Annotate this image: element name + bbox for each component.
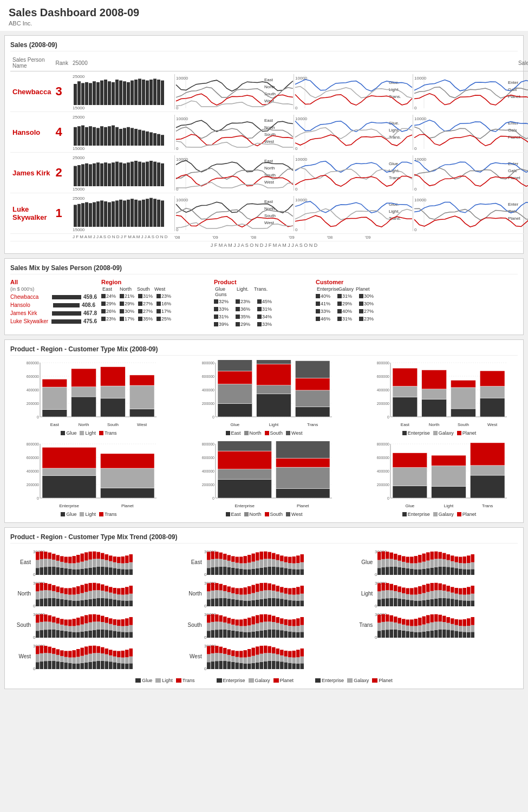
svg-rect-744 xyxy=(264,590,268,598)
svg-rect-153 xyxy=(134,200,138,227)
svg-rect-1117 xyxy=(439,621,442,630)
svg-rect-1061 xyxy=(463,595,467,601)
svg-rect-1058 xyxy=(459,594,462,600)
mix-customer-col: Customer Enterprise Galaxy Planet 40%31%… xyxy=(316,279,429,329)
svg-rect-53 xyxy=(96,128,100,146)
svg-rect-976 xyxy=(447,554,451,560)
product-mix-grid: 8000006000004000002000000EastNorthSouthW… xyxy=(10,360,518,517)
svg-rect-559 xyxy=(44,661,48,669)
svg-rect-804 xyxy=(243,619,247,626)
svg-rect-1100 xyxy=(414,619,418,626)
svg-rect-534 xyxy=(109,624,113,630)
svg-rect-791 xyxy=(227,624,231,630)
svg-rect-1028 xyxy=(418,594,422,600)
svg-rect-641 xyxy=(223,554,227,560)
svg-rect-249 xyxy=(393,368,418,386)
svg-rect-1106 xyxy=(422,617,426,625)
svg-rect-754 xyxy=(276,586,279,592)
svg-rect-486 xyxy=(44,621,48,630)
svg-rect-580 xyxy=(73,664,76,669)
svg-rect-225 xyxy=(256,394,291,417)
svg-rect-757 xyxy=(280,587,284,592)
svg-rect-301 xyxy=(276,467,330,488)
svg-rect-741 xyxy=(259,591,263,599)
svg-rect-942 xyxy=(402,562,406,568)
svg-rect-1087 xyxy=(398,624,402,630)
svg-rect-353 xyxy=(64,563,68,568)
svg-rect-846 xyxy=(300,617,304,625)
bar-x-axis: J F M A M J J A S O N D J F M A M J J A … xyxy=(70,234,172,241)
svg-rect-821 xyxy=(268,621,271,630)
svg-rect-385 xyxy=(109,567,113,575)
svg-rect-356 xyxy=(68,564,72,569)
svg-text:25000: 25000 xyxy=(73,74,85,79)
svg-rect-458 xyxy=(105,586,109,592)
svg-rect-366 xyxy=(81,554,84,562)
svg-rect-634 xyxy=(215,559,219,567)
svg-text:East: East xyxy=(264,118,273,123)
svg-rect-230 xyxy=(295,407,330,417)
svg-rect-762 xyxy=(288,594,292,600)
svg-rect-595 xyxy=(93,662,96,669)
svg-rect-390 xyxy=(113,556,117,562)
svg-rect-1128 xyxy=(455,631,459,638)
svg-rect-701 xyxy=(207,599,211,606)
svg-rect-871 xyxy=(235,657,239,663)
svg-rect-506 xyxy=(73,632,76,638)
svg-rect-1034 xyxy=(426,592,430,599)
svg-rect-505 xyxy=(68,619,72,626)
person-rank: 2 xyxy=(54,153,70,193)
svg-text:200000: 200000 xyxy=(27,402,39,405)
svg-rect-644 xyxy=(227,555,231,560)
mix-all-header: All xyxy=(10,279,97,285)
svg-rect-878 xyxy=(243,650,247,657)
svg-rect-959 xyxy=(426,568,430,575)
svg-rect-546 xyxy=(125,626,129,632)
svg-rect-433 xyxy=(73,594,76,600)
svg-rect-856 xyxy=(215,653,219,661)
svg-rect-334 xyxy=(40,567,44,575)
svg-rect-789 xyxy=(223,617,227,623)
svg-rect-21 xyxy=(146,81,149,105)
svg-rect-749 xyxy=(272,598,276,606)
svg-rect-779 xyxy=(211,622,214,630)
svg-rect-692 xyxy=(292,556,296,564)
svg-rect-382 xyxy=(105,567,109,575)
svg-rect-696 xyxy=(300,569,304,575)
trend-row: North 30000 0 xyxy=(181,579,347,607)
svg-rect-849 xyxy=(207,662,211,669)
svg-text:Glue: Glue xyxy=(230,422,239,427)
svg-rect-158 xyxy=(153,199,157,227)
svg-text:0: 0 xyxy=(204,604,207,607)
svg-rect-1027 xyxy=(418,601,422,606)
svg-rect-1018 xyxy=(406,600,410,606)
svg-rect-105 xyxy=(123,163,126,186)
svg-rect-750 xyxy=(272,591,276,598)
svg-rect-68 xyxy=(153,133,157,146)
svg-rect-880 xyxy=(247,657,251,663)
svg-rect-205 xyxy=(129,385,154,409)
svg-rect-799 xyxy=(239,632,243,638)
svg-text:25000: 25000 xyxy=(73,115,85,120)
svg-rect-575 xyxy=(64,657,68,663)
svg-rect-771 xyxy=(300,594,304,601)
svg-rect-814 xyxy=(259,631,263,638)
svg-rect-1086 xyxy=(398,630,402,638)
svg-rect-943 xyxy=(402,556,406,561)
svg-rect-777 xyxy=(207,614,211,623)
svg-rect-629 xyxy=(207,552,211,560)
pm-legend: Glue Light Trans xyxy=(10,512,167,517)
svg-rect-583 xyxy=(76,664,80,669)
svg-rect-633 xyxy=(215,567,219,575)
svg-text:South: South xyxy=(264,132,276,137)
svg-rect-415 xyxy=(48,591,52,598)
svg-rect-357 xyxy=(68,556,72,563)
svg-rect-198 xyxy=(71,369,96,387)
svg-rect-793 xyxy=(231,631,235,638)
svg-rect-563 xyxy=(48,653,52,661)
svg-text:400000: 400000 xyxy=(201,469,214,473)
svg-rect-281 xyxy=(101,454,155,468)
svg-text:800000: 800000 xyxy=(201,361,214,365)
svg-text:0: 0 xyxy=(33,604,36,607)
mix-product-row: 39%29%33% xyxy=(214,322,311,327)
